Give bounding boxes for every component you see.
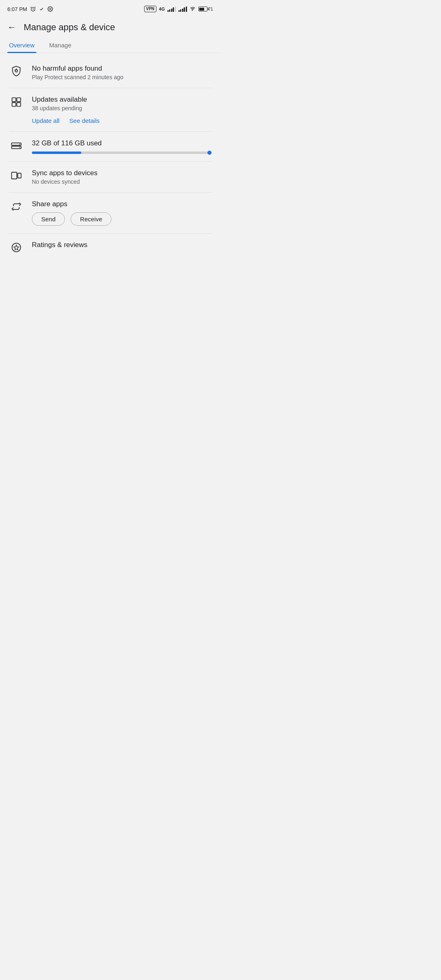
gear-icon [47, 6, 53, 12]
update-all-link[interactable]: Update all [32, 117, 60, 124]
play-protect-content: No harmful apps found Play Protect scann… [32, 65, 212, 80]
share-apps-content: Share apps Send Receive [32, 200, 212, 226]
svg-rect-5 [17, 98, 20, 102]
network-4g: 4G [159, 7, 165, 11]
ratings-reviews-section[interactable]: Ratings & reviews [0, 234, 220, 261]
alarm-icon [30, 6, 36, 12]
share-apps-section: Share apps Send Receive [0, 193, 220, 233]
signal-bars-2 [178, 6, 187, 12]
page-title: Manage apps & device [24, 22, 115, 33]
updates-section: Updates available 38 updates pending Upd… [0, 88, 220, 131]
tab-overview[interactable]: Overview [7, 37, 36, 53]
status-left: 6:07 PM [7, 6, 53, 12]
svg-rect-7 [17, 102, 20, 106]
storage-title: 32 GB of 116 GB used [32, 139, 212, 147]
svg-point-11 [19, 147, 20, 148]
storage-bar [32, 151, 212, 154]
ratings-icon [9, 242, 24, 253]
updates-content: Updates available 38 updates pending Upd… [32, 96, 212, 124]
svg-rect-13 [18, 173, 21, 178]
share-apps-title: Share apps [32, 200, 212, 208]
storage-section: 32 GB of 116 GB used [0, 132, 220, 161]
storage-content: 32 GB of 116 GB used [32, 139, 212, 154]
svg-rect-4 [12, 98, 16, 102]
storage-bar-fill [32, 151, 81, 154]
play-protect-subtitle: Play Protect scanned 2 minutes ago [32, 74, 212, 80]
storage-bar-dot [207, 151, 212, 155]
check-icon [39, 6, 44, 12]
sync-apps-section: Sync apps to devices No devices synced [0, 162, 220, 192]
sync-icon [9, 170, 24, 181]
sync-apps-content: Sync apps to devices No devices synced [32, 169, 212, 185]
app-header: ← Manage apps & device [0, 16, 220, 37]
overview-content: No harmful apps found Play Protect scann… [0, 53, 220, 265]
status-right: VPN 4G 71 [144, 6, 214, 12]
update-actions: Update all See details [32, 117, 212, 124]
receive-button[interactable]: Receive [71, 212, 111, 226]
svg-point-10 [19, 144, 20, 145]
play-protect-icon [9, 65, 24, 77]
svg-marker-18 [14, 245, 19, 250]
play-protect-section: No harmful apps found Play Protect scann… [0, 57, 220, 88]
updates-icon [9, 96, 24, 108]
svg-point-1 [50, 8, 51, 10]
svg-rect-12 [11, 172, 17, 179]
svg-rect-6 [12, 102, 16, 106]
storage-icon [9, 140, 24, 151]
sync-apps-title: Sync apps to devices [32, 169, 212, 177]
wifi-icon [189, 6, 196, 12]
ratings-reviews-content: Ratings & reviews [32, 241, 212, 250]
send-button[interactable]: Send [32, 212, 65, 226]
back-button[interactable]: ← [7, 22, 16, 33]
status-bar: 6:07 PM VPN 4G [0, 0, 220, 16]
share-buttons: Send Receive [32, 212, 212, 226]
updates-subtitle: 38 updates pending [32, 105, 212, 111]
signal-bars-1 [167, 6, 176, 12]
time: 6:07 PM [7, 6, 27, 12]
vpn-badge: VPN [144, 6, 157, 12]
ratings-reviews-title: Ratings & reviews [32, 241, 212, 249]
see-details-link[interactable]: See details [69, 117, 100, 124]
updates-title: Updates available [32, 96, 212, 104]
tab-bar: Overview Manage [0, 37, 220, 53]
battery: 71 [198, 7, 213, 11]
sync-apps-subtitle: No devices synced [32, 178, 212, 185]
tab-manage[interactable]: Manage [48, 37, 73, 53]
share-apps-icon [9, 201, 24, 212]
play-protect-title: No harmful apps found [32, 65, 212, 73]
